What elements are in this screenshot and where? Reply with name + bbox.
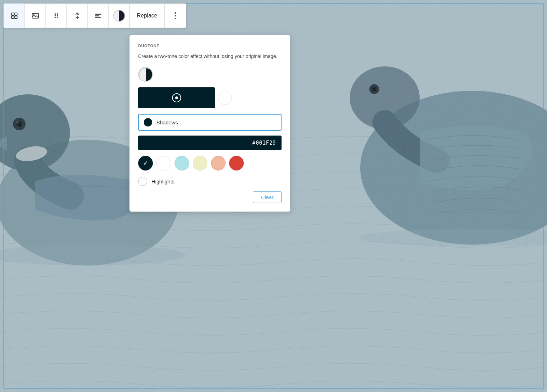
duotone-preview-row	[138, 67, 282, 82]
svg-rect-16	[15, 13, 17, 15]
drag-handle-button[interactable]	[46, 3, 67, 28]
svg-point-23	[55, 15, 56, 16]
swatches-row: ✓	[138, 156, 282, 170]
duotone-popover: DUOTONE Create a two-tone color effect w…	[129, 35, 290, 212]
svg-rect-15	[12, 13, 14, 15]
clear-button[interactable]: Clear	[253, 191, 282, 203]
more-options-button[interactable]: ⋮	[165, 3, 186, 28]
svg-point-22	[57, 13, 58, 15]
swatch-red[interactable]	[229, 156, 244, 170]
move-button[interactable]	[67, 3, 88, 28]
swatch-dark[interactable]: ✓	[138, 156, 153, 170]
duotone-button[interactable]	[109, 3, 130, 28]
hex-value-text: #001F29	[253, 140, 276, 146]
swatch-check-icon: ✓	[143, 159, 148, 167]
swatch-peach[interactable]	[211, 156, 226, 170]
svg-point-24	[57, 15, 58, 16]
hex-value-row[interactable]: #001F29	[138, 136, 282, 150]
svg-rect-17	[12, 16, 14, 19]
duotone-icon	[113, 10, 125, 22]
shadows-color-dot	[144, 118, 152, 126]
highlights-label: Highlights	[151, 179, 175, 184]
svg-rect-28	[95, 15, 99, 16]
highlights-row[interactable]: Highlights	[138, 177, 282, 186]
svg-point-21	[55, 13, 56, 15]
svg-point-26	[57, 17, 58, 18]
shadow-color-box[interactable]	[138, 87, 215, 108]
svg-point-25	[55, 17, 56, 18]
shadow-color-indicator	[172, 93, 181, 102]
link-button[interactable]	[4, 3, 25, 28]
swatch-yellow[interactable]	[193, 156, 207, 170]
duotone-preview-circle[interactable]	[138, 67, 153, 82]
shadows-color-row[interactable]: Shadows	[138, 114, 282, 131]
toolbar: Replace ⋮	[3, 3, 186, 28]
shadows-label: Shadows	[156, 119, 178, 125]
highlight-color-box[interactable]	[218, 91, 232, 105]
svg-rect-18	[15, 16, 17, 19]
popover-title: DUOTONE	[138, 44, 282, 48]
color-boxes-row	[138, 87, 282, 108]
highlights-color-dot	[138, 177, 147, 186]
align-button[interactable]	[88, 3, 109, 28]
image-button[interactable]	[25, 3, 46, 28]
replace-button[interactable]: Replace	[130, 3, 165, 28]
svg-rect-19	[32, 13, 38, 18]
clear-row: Clear	[138, 191, 282, 203]
popover-description: Create a two-tone color effect without l…	[138, 53, 282, 60]
swatch-white[interactable]	[156, 156, 171, 170]
svg-rect-27	[95, 14, 101, 15]
swatch-lightblue[interactable]	[175, 156, 189, 170]
svg-rect-29	[95, 17, 101, 18]
